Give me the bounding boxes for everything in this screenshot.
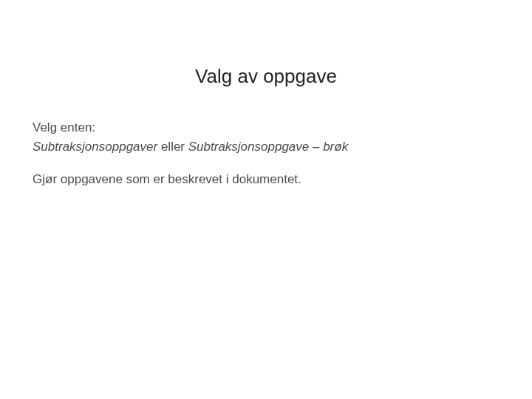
body-line-options: Subtraksjonsoppgaver eller Subtraksjonso…	[33, 138, 499, 156]
slide-container: Valg av oppgave Velg enten: Subtraksjons…	[0, 65, 532, 399]
slide-body: Velg enten: Subtraksjonsoppgaver eller S…	[33, 119, 499, 188]
option-1: Subtraksjonsoppgaver	[33, 140, 157, 154]
body-instruction: Gjør oppgavene som er beskrevet i dokume…	[33, 171, 499, 188]
option-2: Subtraksjonsoppgave – brøk	[188, 140, 348, 154]
body-line-intro: Velg enten:	[33, 119, 499, 137]
option-connector: eller	[157, 140, 188, 154]
slide-title: Valg av oppgave	[0, 65, 532, 88]
